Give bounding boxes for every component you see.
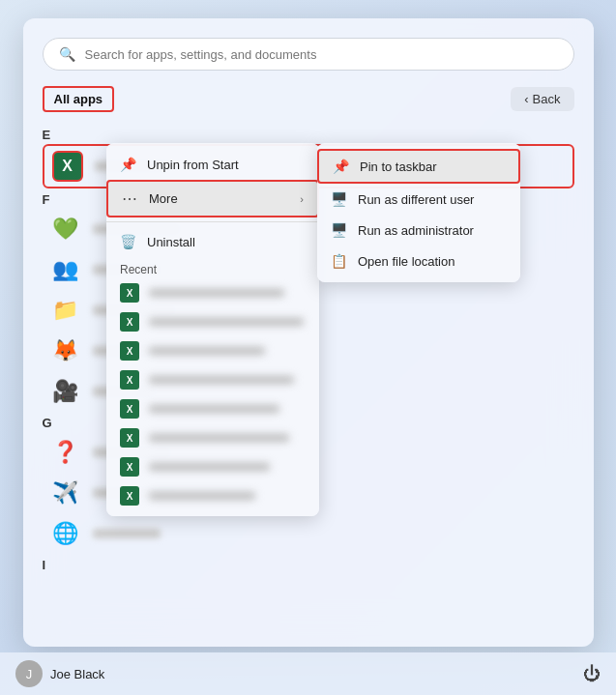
run-as-admin-item[interactable]: 🖥️ Run as administrator [317, 215, 520, 246]
recent-item-3[interactable]: X [106, 336, 319, 365]
search-input[interactable] [85, 47, 558, 62]
excel-icon: X [52, 151, 83, 182]
run-as-diff-user-item[interactable]: 🖥️ Run as different user [317, 184, 520, 215]
navi-app-icon: ✈️ [50, 478, 81, 508]
context-menu-sub: 📌 Pin to taskbar 🖥️ Run as different use… [317, 143, 520, 282]
recent-item-7-name [149, 463, 270, 471]
obs-app-icon: 🎥 [50, 376, 81, 407]
search-bar[interactable]: 🔍 [43, 38, 574, 71]
taskbar: J Joe Black ⏻ [0, 652, 616, 695]
recent-item-8[interactable]: X [106, 481, 319, 510]
gc-name [93, 527, 161, 541]
app-gc[interactable]: 🌐 [43, 513, 574, 554]
chevron-left-icon: ‹ [524, 92, 528, 106]
recent-item-1-name [149, 289, 284, 297]
more-arrow-icon: › [300, 193, 304, 205]
recent-item-3-name [149, 347, 265, 355]
more-item[interactable]: ⋯ More › [106, 180, 319, 217]
all-apps-button[interactable]: All apps [43, 86, 115, 112]
unpin-icon: 📌 [120, 157, 137, 172]
back-button[interactable]: ‹ Back [511, 87, 573, 111]
recent-item-2[interactable]: X [106, 307, 319, 336]
taskbar-user[interactable]: J Joe Black [15, 660, 104, 687]
recent-item-6[interactable]: X [106, 423, 319, 452]
recent-item-5[interactable]: X [106, 394, 319, 423]
recent-excel-icon-6: X [120, 428, 139, 448]
power-button[interactable]: ⏻ [583, 664, 601, 684]
run-admin-icon: 🖥️ [331, 222, 348, 238]
recent-item-4[interactable]: X [106, 365, 319, 394]
uninstall-icon: 🗑️ [120, 234, 137, 249]
unpin-from-start-item[interactable]: 📌 Unpin from Start [106, 149, 319, 180]
recent-label: Recent [106, 257, 319, 278]
section-e-label: E [43, 124, 574, 144]
pin-taskbar-icon: 📌 [333, 159, 350, 174]
context-menu-main: 📌 Unpin from Start ⋯ More › 🗑️ Uninstall… [106, 143, 319, 516]
recent-item-2-name [149, 318, 304, 326]
recent-item-4-name [149, 376, 294, 384]
heart-app-icon: 💚 [50, 214, 81, 245]
help-app-icon: ❓ [50, 437, 81, 468]
more-icon: ⋯ [122, 189, 139, 208]
recent-excel-icon-4: X [120, 370, 139, 390]
recent-item-8-name [149, 492, 255, 500]
recent-item-7[interactable]: X [106, 452, 319, 481]
recent-excel-icon-1: X [120, 283, 139, 303]
user-avatar: J [15, 660, 43, 687]
pin-to-taskbar-item[interactable]: 📌 Pin to taskbar [317, 149, 520, 184]
open-location-icon: 📋 [331, 253, 348, 269]
recent-excel-icon-5: X [120, 399, 139, 419]
section-i-label: I [43, 554, 574, 574]
recent-excel-icon-7: X [120, 457, 139, 477]
search-icon: 🔍 [59, 46, 75, 62]
recent-item-1[interactable]: X [106, 278, 319, 307]
people-app-icon: 👥 [50, 254, 81, 285]
folder-app-icon: 📁 [50, 295, 81, 326]
recent-item-5-name [149, 405, 279, 413]
uninstall-item[interactable]: 🗑️ Uninstall [106, 226, 319, 257]
chrome-app-icon: 🌐 [50, 518, 81, 549]
recent-item-6-name [149, 434, 289, 442]
user-name: Joe Black [50, 667, 104, 681]
run-diff-user-icon: 🖥️ [331, 191, 348, 207]
recent-excel-icon-3: X [120, 341, 139, 361]
open-file-location-item[interactable]: 📋 Open file location [317, 246, 520, 276]
context-divider-1 [106, 221, 319, 222]
recent-excel-icon-8: X [120, 486, 139, 506]
header-row: All apps ‹ Back [43, 86, 574, 112]
firefox-app-icon: 🦊 [50, 335, 81, 366]
recent-excel-icon-2: X [120, 312, 139, 332]
